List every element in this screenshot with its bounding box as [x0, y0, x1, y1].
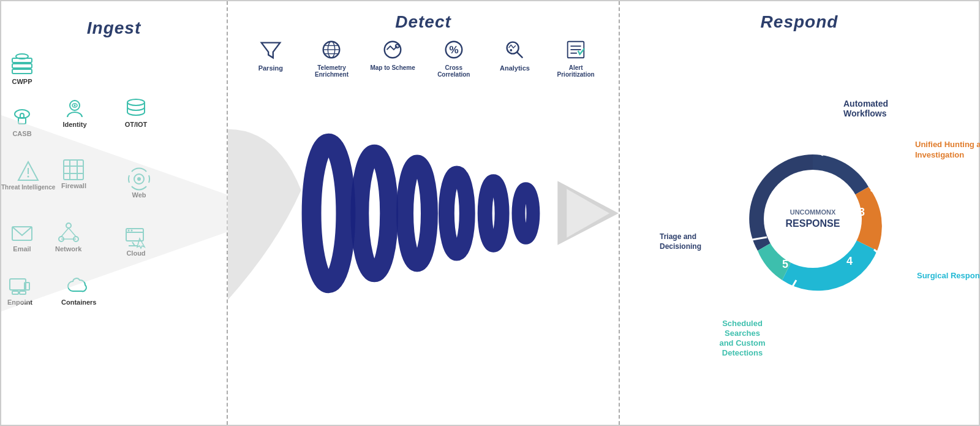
svg-line-75	[773, 280, 796, 320]
svg-line-73	[871, 154, 908, 191]
svg-text:3: 3	[859, 206, 865, 218]
svg-line-72	[822, 112, 840, 156]
section-respond: Respond	[620, 1, 979, 425]
svg-text:Automated: Automated	[843, 99, 888, 108]
svg-text:UNCOMMONX: UNCOMMONX	[790, 208, 836, 216]
ingest-funnel	[1, 115, 228, 311]
section-ingest: Ingest CWPP CASB	[1, 1, 228, 425]
main-container: Ingest CWPP CASB	[0, 0, 980, 426]
cloud-stack-icon	[10, 53, 34, 78]
svg-text:Decisioning: Decisioning	[660, 242, 701, 251]
svg-text:RESPONSE: RESPONSE	[786, 218, 840, 229]
detect-rings	[228, 1, 619, 425]
respond-title: Respond	[620, 1, 979, 32]
section-detect: Detect Parsing Telemetry Enrichment	[228, 1, 620, 425]
svg-text:Surgical Response: Surgical Response	[917, 271, 980, 280]
svg-text:Detections: Detections	[722, 348, 763, 357]
svg-text:Searches: Searches	[725, 329, 760, 338]
svg-text:5: 5	[782, 258, 788, 270]
svg-text:Workflows: Workflows	[843, 108, 887, 118]
svg-text:2: 2	[828, 175, 834, 188]
svg-point-16	[74, 105, 76, 107]
svg-text:4: 4	[846, 255, 853, 267]
ingest-item-cwpp: CWPP	[10, 53, 34, 85]
svg-text:Investigation: Investigation	[915, 150, 964, 159]
svg-rect-1	[12, 64, 32, 68]
svg-text:Scheduled: Scheduled	[722, 319, 763, 328]
svg-text:and Custom: and Custom	[719, 338, 765, 348]
svg-rect-2	[12, 69, 32, 74]
respond-chart: 1 2 3 4 5 UNCOMMONX RESPONSE Automated W…	[650, 56, 980, 387]
svg-point-28	[127, 99, 145, 105]
ingest-title: Ingest	[7, 7, 221, 38]
svg-line-74	[874, 249, 914, 283]
svg-text:Unified Hunting and: Unified Hunting and	[915, 140, 980, 149]
svg-text:Triage and: Triage and	[660, 232, 696, 241]
